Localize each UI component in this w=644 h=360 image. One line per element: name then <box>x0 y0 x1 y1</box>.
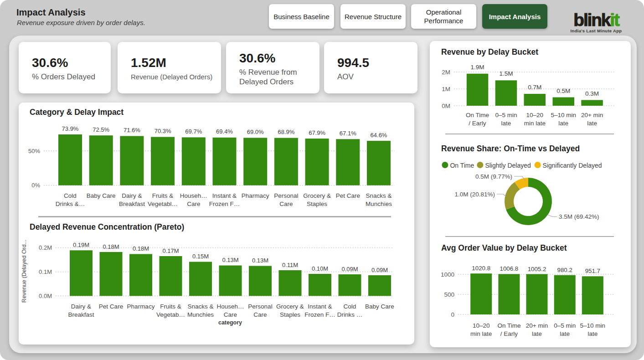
svg-text:68.9%: 68.9% <box>278 129 294 135</box>
svg-text:Dairy &: Dairy & <box>122 192 142 199</box>
svg-text:0.18M: 0.18M <box>133 245 149 252</box>
svg-text:67.1%: 67.1% <box>340 130 356 137</box>
svg-text:Cold: Cold <box>64 192 77 199</box>
svg-text:1.5M: 1.5M <box>499 70 513 77</box>
svg-text:Revenue (Delayed Ord...: Revenue (Delayed Ord... <box>21 240 27 303</box>
svg-text:On Time: On Time <box>450 162 474 169</box>
svg-text:0.3M: 0.3M <box>585 90 599 97</box>
svg-text:Care: Care <box>224 311 237 318</box>
svg-text:70.3%: 70.3% <box>155 128 171 134</box>
svg-text:0.10M: 0.10M <box>312 265 328 272</box>
svg-text:Pharmacy: Pharmacy <box>242 192 269 199</box>
svg-text:Dairy &: Dairy & <box>71 303 91 310</box>
svg-text:0.18M: 0.18M <box>103 243 119 250</box>
svg-text:71.6%: 71.6% <box>124 127 140 134</box>
svg-text:late: late <box>558 120 568 127</box>
svg-text:0.19M: 0.19M <box>73 242 89 248</box>
svg-text:0.7M: 0.7M <box>528 84 541 91</box>
svg-text:Pet Care: Pet Care <box>99 303 123 310</box>
svg-text:Vegetab…: Vegetab… <box>156 311 185 318</box>
svg-text:min late: min late <box>470 330 492 337</box>
svg-text:2M: 2M <box>442 69 450 76</box>
svg-text:Instant &: Instant & <box>308 303 332 310</box>
svg-text:Significantly Delayed: Significantly Delayed <box>543 162 602 169</box>
svg-text:5–10 min: 5–10 min <box>580 322 606 329</box>
svg-text:Munchies: Munchies <box>366 201 392 207</box>
svg-text:0.09M: 0.09M <box>341 266 358 273</box>
svg-text:Snacks &: Snacks & <box>366 192 392 199</box>
svg-text:73.9%: 73.9% <box>62 125 79 132</box>
svg-text:67.9%: 67.9% <box>309 129 325 136</box>
svg-text:Breakfast: Breakfast <box>68 311 94 318</box>
svg-text:On Time: On Time <box>466 112 489 118</box>
svg-text:Staples: Staples <box>307 201 327 207</box>
svg-text:Drinks &…: Drinks &… <box>56 201 85 207</box>
svg-text:0.11M: 0.11M <box>282 262 298 268</box>
svg-text:Grocery &: Grocery & <box>276 303 304 310</box>
svg-text:20+ min: 20+ min <box>526 322 548 329</box>
svg-text:0%: 0% <box>31 182 40 189</box>
svg-text:Personal: Personal <box>248 303 272 310</box>
svg-text:Personal: Personal <box>274 192 298 199</box>
svg-text:951.7: 951.7 <box>585 267 600 274</box>
svg-text:500: 500 <box>444 291 454 298</box>
svg-text:0–5 min: 0–5 min <box>495 112 517 118</box>
svg-text:72.5%: 72.5% <box>93 126 109 133</box>
svg-text:Frozen F…: Frozen F… <box>209 201 240 207</box>
svg-text:Snacks &: Snacks & <box>187 303 213 310</box>
svg-text:5–10 min: 5–10 min <box>551 112 576 118</box>
svg-text:Baby Care: Baby Care <box>87 192 116 199</box>
svg-text:1006.8: 1006.8 <box>500 265 519 272</box>
svg-text:category: category <box>218 319 242 326</box>
svg-text:0.5M: 0.5M <box>556 87 570 94</box>
svg-text:/ Early: / Early <box>469 120 486 127</box>
svg-text:1.9M: 1.9M <box>470 64 484 71</box>
svg-text:Care: Care <box>253 311 267 318</box>
svg-text:1M: 1M <box>442 86 450 93</box>
svg-text:3.5M (69.42%): 3.5M (69.42%) <box>559 213 599 220</box>
svg-text:10–20: 10–20 <box>526 112 544 118</box>
svg-text:0M: 0M <box>442 103 450 109</box>
svg-text:late: late <box>587 330 598 337</box>
svg-text:Fruits &: Fruits & <box>160 303 181 310</box>
svg-text:50%: 50% <box>28 148 40 154</box>
svg-text:Breakfast: Breakfast <box>119 201 145 207</box>
svg-text:Care: Care <box>187 201 200 207</box>
svg-text:20+ min: 20+ min <box>581 112 603 118</box>
svg-text:69.4%: 69.4% <box>216 128 233 135</box>
svg-text:1020.8: 1020.8 <box>472 265 490 272</box>
svg-text:Cold: Cold <box>344 303 356 310</box>
svg-text:1000: 1000 <box>441 271 454 278</box>
svg-text:0.13M: 0.13M <box>252 257 268 264</box>
svg-text:late: late <box>532 330 542 337</box>
svg-text:0–5 min: 0–5 min <box>554 322 576 329</box>
svg-text:0.09M: 0.09M <box>371 267 388 273</box>
svg-text:0.13M: 0.13M <box>222 257 238 263</box>
svg-text:Househ…: Househ… <box>216 303 244 310</box>
svg-text:10–20: 10–20 <box>473 322 490 329</box>
svg-text:0.1M: 0.1M <box>39 268 52 275</box>
svg-text:64.6%: 64.6% <box>371 132 387 139</box>
svg-text:/ Early: / Early <box>500 330 518 337</box>
svg-text:min late: min late <box>524 120 546 127</box>
svg-text:Vegetabl…: Vegetabl… <box>148 201 178 207</box>
svg-text:1.0M (20.81%): 1.0M (20.81%) <box>454 191 495 198</box>
svg-text:On Time: On Time <box>497 322 520 329</box>
svg-text:Fruits &: Fruits & <box>152 192 174 199</box>
svg-text:late: late <box>560 330 570 337</box>
svg-text:1005.2: 1005.2 <box>528 266 546 273</box>
svg-text:980.2: 980.2 <box>557 267 572 273</box>
svg-text:Grocery &: Grocery & <box>303 192 331 199</box>
svg-text:Pharmacy: Pharmacy <box>127 303 155 310</box>
svg-text:0.17M: 0.17M <box>162 247 179 254</box>
svg-text:0.15M: 0.15M <box>192 253 209 260</box>
svg-text:0.2M: 0.2M <box>39 244 52 251</box>
svg-text:0.0M: 0.0M <box>39 293 52 299</box>
svg-text:Baby Care: Baby Care <box>365 303 394 310</box>
svg-text:0: 0 <box>451 311 454 318</box>
svg-text:69.7%: 69.7% <box>185 128 202 135</box>
svg-text:late: late <box>587 120 597 127</box>
svg-text:Instant &: Instant & <box>212 192 237 199</box>
svg-text:0.5M (9.77%): 0.5M (9.77%) <box>475 173 512 180</box>
svg-text:Pet Care: Pet Care <box>336 192 360 199</box>
